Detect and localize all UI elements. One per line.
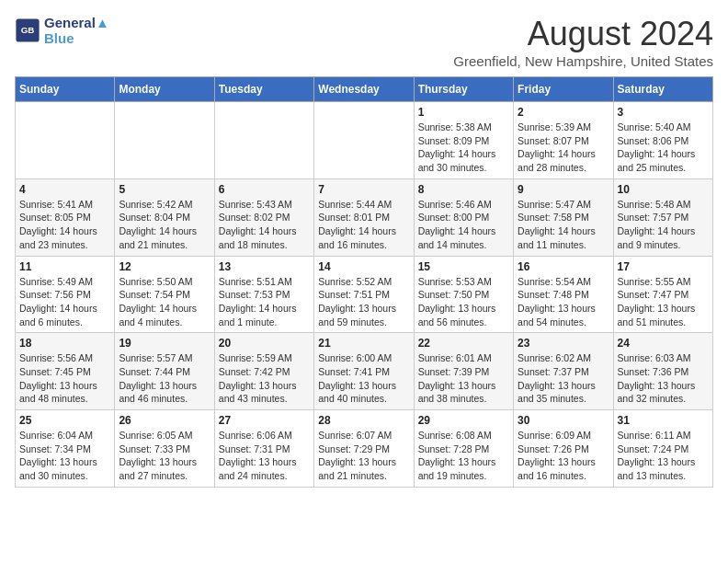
calendar-subtitle: Greenfield, New Hampshire, United States (453, 53, 713, 69)
day-info: Sunrise: 5:49 AM Sunset: 7:56 PM Dayligh… (19, 275, 110, 329)
calendar-cell: 21Sunrise: 6:00 AM Sunset: 7:41 PM Dayli… (314, 333, 414, 410)
calendar-cell: 19Sunrise: 5:57 AM Sunset: 7:44 PM Dayli… (115, 333, 214, 410)
day-info: Sunrise: 6:08 AM Sunset: 7:28 PM Dayligh… (418, 429, 509, 483)
calendar-cell (115, 102, 214, 179)
day-info: Sunrise: 6:05 AM Sunset: 7:33 PM Dayligh… (119, 429, 210, 483)
calendar-cell: 22Sunrise: 6:01 AM Sunset: 7:39 PM Dayli… (414, 333, 513, 410)
day-info: Sunrise: 5:51 AM Sunset: 7:53 PM Dayligh… (219, 275, 310, 329)
logo-text2: Blue (44, 30, 109, 46)
day-info: Sunrise: 5:56 AM Sunset: 7:45 PM Dayligh… (19, 351, 110, 406)
day-number: 24 (618, 337, 709, 350)
day-number: 27 (219, 414, 310, 427)
day-number: 4 (19, 183, 110, 196)
calendar-header-row: SundayMondayTuesdayWednesdayThursdayFrid… (16, 77, 713, 102)
calendar-title: August 2024 (453, 15, 713, 53)
calendar-cell: 18Sunrise: 5:56 AM Sunset: 7:45 PM Dayli… (16, 333, 115, 410)
page-header: GB General▲ Blue August 2024 Greenfield,… (15, 15, 713, 69)
day-of-week-header: Wednesday (314, 77, 414, 102)
calendar-cell: 12Sunrise: 5:50 AM Sunset: 7:54 PM Dayli… (115, 256, 214, 333)
calendar-cell: 9Sunrise: 5:47 AM Sunset: 7:58 PM Daylig… (514, 178, 613, 256)
day-info: Sunrise: 6:09 AM Sunset: 7:26 PM Dayligh… (518, 429, 609, 483)
day-number: 2 (518, 106, 609, 119)
day-info: Sunrise: 5:41 AM Sunset: 8:05 PM Dayligh… (19, 198, 110, 252)
day-info: Sunrise: 5:59 AM Sunset: 7:42 PM Dayligh… (219, 351, 310, 406)
logo: GB General▲ Blue (15, 15, 109, 46)
calendar-week-row: 4Sunrise: 5:41 AM Sunset: 8:05 PM Daylig… (16, 178, 713, 256)
day-info: Sunrise: 5:53 AM Sunset: 7:50 PM Dayligh… (418, 275, 509, 329)
day-number: 21 (318, 337, 409, 350)
calendar-cell: 16Sunrise: 5:54 AM Sunset: 7:48 PM Dayli… (514, 256, 613, 333)
day-info: Sunrise: 6:01 AM Sunset: 7:39 PM Dayligh… (418, 351, 509, 406)
calendar-table: SundayMondayTuesdayWednesdayThursdayFrid… (15, 76, 713, 488)
calendar-cell: 1Sunrise: 5:38 AM Sunset: 8:09 PM Daylig… (414, 102, 513, 179)
day-number: 30 (518, 414, 609, 427)
day-info: Sunrise: 5:55 AM Sunset: 7:47 PM Dayligh… (618, 275, 709, 329)
calendar-week-row: 25Sunrise: 6:04 AM Sunset: 7:34 PM Dayli… (16, 410, 713, 488)
day-of-week-header: Thursday (414, 77, 513, 102)
calendar-cell: 5Sunrise: 5:42 AM Sunset: 8:04 PM Daylig… (115, 178, 214, 256)
day-number: 6 (219, 183, 310, 196)
calendar-cell: 13Sunrise: 5:51 AM Sunset: 7:53 PM Dayli… (214, 256, 313, 333)
day-number: 11 (19, 260, 110, 273)
day-of-week-header: Saturday (613, 77, 712, 102)
calendar-cell: 28Sunrise: 6:07 AM Sunset: 7:29 PM Dayli… (314, 410, 414, 488)
calendar-cell: 25Sunrise: 6:04 AM Sunset: 7:34 PM Dayli… (16, 410, 115, 488)
calendar-cell (214, 102, 313, 179)
day-number: 19 (119, 337, 210, 350)
calendar-cell: 11Sunrise: 5:49 AM Sunset: 7:56 PM Dayli… (16, 256, 115, 333)
day-number: 20 (219, 337, 310, 350)
calendar-week-row: 11Sunrise: 5:49 AM Sunset: 7:56 PM Dayli… (16, 256, 713, 333)
calendar-week-row: 1Sunrise: 5:38 AM Sunset: 8:09 PM Daylig… (16, 102, 713, 179)
logo-text: General▲ (44, 15, 109, 30)
day-of-week-header: Friday (514, 77, 613, 102)
day-info: Sunrise: 6:04 AM Sunset: 7:34 PM Dayligh… (19, 429, 110, 483)
day-number: 17 (618, 260, 709, 273)
day-info: Sunrise: 6:00 AM Sunset: 7:41 PM Dayligh… (318, 351, 409, 406)
day-info: Sunrise: 5:47 AM Sunset: 7:58 PM Dayligh… (518, 198, 609, 252)
day-number: 12 (119, 260, 210, 273)
day-number: 3 (618, 106, 709, 119)
calendar-cell: 14Sunrise: 5:52 AM Sunset: 7:51 PM Dayli… (314, 256, 414, 333)
day-info: Sunrise: 5:57 AM Sunset: 7:44 PM Dayligh… (119, 351, 210, 406)
day-info: Sunrise: 5:48 AM Sunset: 7:57 PM Dayligh… (618, 198, 709, 252)
day-info: Sunrise: 5:52 AM Sunset: 7:51 PM Dayligh… (318, 275, 409, 329)
calendar-cell: 27Sunrise: 6:06 AM Sunset: 7:31 PM Dayli… (214, 410, 313, 488)
calendar-cell: 23Sunrise: 6:02 AM Sunset: 7:37 PM Dayli… (514, 333, 613, 410)
calendar-cell: 8Sunrise: 5:46 AM Sunset: 8:00 PM Daylig… (414, 178, 513, 256)
calendar-cell: 20Sunrise: 5:59 AM Sunset: 7:42 PM Dayli… (214, 333, 313, 410)
calendar-cell: 31Sunrise: 6:11 AM Sunset: 7:24 PM Dayli… (613, 410, 712, 488)
day-of-week-header: Sunday (16, 77, 115, 102)
day-number: 13 (219, 260, 310, 273)
calendar-cell: 4Sunrise: 5:41 AM Sunset: 8:05 PM Daylig… (16, 178, 115, 256)
title-block: August 2024 Greenfield, New Hampshire, U… (453, 15, 713, 69)
svg-text:GB: GB (21, 25, 35, 35)
day-info: Sunrise: 5:43 AM Sunset: 8:02 PM Dayligh… (219, 198, 310, 252)
calendar-cell: 26Sunrise: 6:05 AM Sunset: 7:33 PM Dayli… (115, 410, 214, 488)
day-number: 29 (418, 414, 509, 427)
day-number: 26 (119, 414, 210, 427)
calendar-cell (314, 102, 414, 179)
day-number: 5 (119, 183, 210, 196)
day-info: Sunrise: 5:44 AM Sunset: 8:01 PM Dayligh… (318, 198, 409, 252)
day-number: 10 (618, 183, 709, 196)
day-info: Sunrise: 5:54 AM Sunset: 7:48 PM Dayligh… (518, 275, 609, 329)
day-number: 18 (19, 337, 110, 350)
day-number: 8 (418, 183, 509, 196)
day-info: Sunrise: 6:02 AM Sunset: 7:37 PM Dayligh… (518, 351, 609, 406)
day-info: Sunrise: 6:06 AM Sunset: 7:31 PM Dayligh… (219, 429, 310, 483)
calendar-cell: 24Sunrise: 6:03 AM Sunset: 7:36 PM Dayli… (613, 333, 712, 410)
day-number: 28 (318, 414, 409, 427)
day-number: 9 (518, 183, 609, 196)
calendar-cell: 6Sunrise: 5:43 AM Sunset: 8:02 PM Daylig… (214, 178, 313, 256)
day-info: Sunrise: 5:39 AM Sunset: 8:07 PM Dayligh… (518, 121, 609, 175)
calendar-cell: 17Sunrise: 5:55 AM Sunset: 7:47 PM Dayli… (613, 256, 712, 333)
calendar-cell: 30Sunrise: 6:09 AM Sunset: 7:26 PM Dayli… (514, 410, 613, 488)
calendar-cell: 10Sunrise: 5:48 AM Sunset: 7:57 PM Dayli… (613, 178, 712, 256)
calendar-cell: 2Sunrise: 5:39 AM Sunset: 8:07 PM Daylig… (514, 102, 613, 179)
calendar-cell: 3Sunrise: 5:40 AM Sunset: 8:06 PM Daylig… (613, 102, 712, 179)
day-of-week-header: Tuesday (214, 77, 313, 102)
calendar-week-row: 18Sunrise: 5:56 AM Sunset: 7:45 PM Dayli… (16, 333, 713, 410)
day-number: 15 (418, 260, 509, 273)
day-info: Sunrise: 5:50 AM Sunset: 7:54 PM Dayligh… (119, 275, 210, 329)
day-number: 25 (19, 414, 110, 427)
